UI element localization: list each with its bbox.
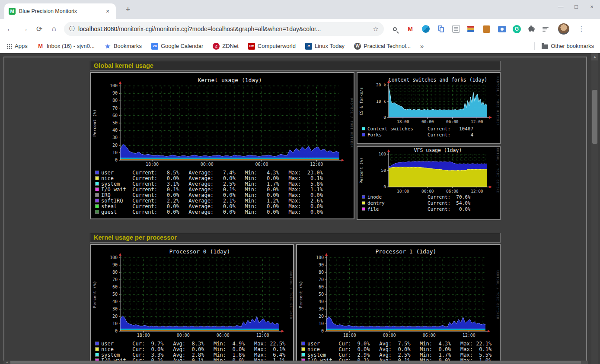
extensions-puzzle-icon[interactable]: [527, 24, 536, 34]
reading-list-icon[interactable]: [543, 24, 552, 34]
maximize-button[interactable]: □: [571, 2, 581, 12]
vertical-scrollbar[interactable]: ▲: [591, 53, 598, 364]
forward-button[interactable]: →: [17, 25, 32, 33]
copy-extension-icon[interactable]: [437, 24, 446, 34]
calendar-icon: 28: [151, 43, 158, 50]
new-tab-button[interactable]: +: [123, 4, 133, 15]
folder-icon: [542, 44, 548, 49]
browser-tab[interactable]: M Blue Precision Monitorix ×: [4, 3, 116, 19]
horizontal-scrollbar[interactable]: ◄: [3, 361, 588, 364]
storage-extension-icon[interactable]: [482, 24, 491, 34]
svg-text:00:00: 00:00: [383, 333, 396, 338]
bookmarks-overflow-icon[interactable]: »: [420, 42, 424, 50]
bookmark-label: ZDNet: [222, 43, 239, 49]
svg-text:12:00: 12:00: [310, 162, 323, 167]
svg-text:Processor 0 (1day): Processor 0 (1day): [169, 248, 230, 255]
svg-text:90: 90: [319, 263, 324, 267]
other-bookmarks[interactable]: Other bookmarks: [542, 43, 594, 49]
bookmark-google-calendar[interactable]: 28 Google Calendar: [151, 43, 203, 50]
grammarly-extension-icon[interactable]: G: [513, 25, 521, 33]
camera-extension-icon[interactable]: [497, 24, 507, 34]
section-kernel-per-processor: Kernel usage per processor 0102030405060…: [90, 233, 501, 364]
bookmark-practical-technology[interactable]: W Practical Technol...: [354, 43, 411, 50]
home-button[interactable]: ⌂: [47, 25, 61, 33]
bookmark-bookmarks[interactable]: ★ Bookmarks: [104, 43, 142, 50]
svg-text:40: 40: [319, 299, 324, 304]
vertical-scrollbar-thumb[interactable]: [592, 90, 597, 144]
bookmark-computerworld[interactable]: CW Computerworld: [248, 43, 296, 50]
bookmarks-bar: Apps M Inbox (16) - sjvn0... ★ Bookmarks…: [0, 39, 600, 53]
svg-text:18:00: 18:00: [397, 119, 409, 124]
svg-text:RRDTOOL / TOBI OETIKER: RRDTOOL / TOBI OETIKER: [350, 98, 353, 148]
processor0-legend: user Cur: 9.7% Avg: 8.3% Min: 4.9% Max: …: [91, 341, 293, 363]
scroll-up-icon[interactable]: ▲: [591, 53, 598, 60]
processor0-graph-panel[interactable]: 010203040506070809010018:0000:0006:0012:…: [90, 244, 294, 364]
context-switches-legend: Context switches Current: 10407Forks Cur…: [357, 126, 500, 138]
bookmark-star-icon[interactable]: ☆: [373, 25, 379, 33]
svg-text:50: 50: [319, 292, 324, 297]
svg-text:20: 20: [319, 314, 324, 319]
close-button[interactable]: ×: [587, 2, 597, 12]
svg-text:10: 10: [319, 321, 324, 326]
svg-text:12:00: 12:00: [463, 333, 476, 338]
computerworld-icon: CW: [248, 43, 255, 50]
bookmark-label: Apps: [15, 43, 28, 49]
svg-text:06:00: 06:00: [423, 333, 436, 338]
horizontal-scrollbar-thumb[interactable]: [10, 361, 581, 364]
monitorix-favicon-icon: M: [9, 8, 16, 15]
context-switches-graph-panel[interactable]: 010 k20 k18:0000:0006:0012:00Context swi…: [357, 72, 501, 144]
svg-text:10: 10: [112, 321, 118, 326]
tab-strip: M Blue Precision Monitorix × + — □ ×: [0, 0, 600, 19]
gmail-icon: M: [37, 43, 44, 50]
svg-text:50: 50: [381, 168, 386, 173]
magnifier-icon: [393, 27, 397, 31]
bookmark-linux-today[interactable]: lt Linux Today: [305, 43, 345, 50]
svg-text:12:00: 12:00: [471, 189, 483, 193]
tab-close-icon[interactable]: ×: [104, 8, 112, 15]
bookmarks-divider: [534, 42, 535, 50]
svg-text:60: 60: [112, 113, 118, 118]
bookmark-label: Practical Technol...: [364, 43, 411, 49]
back-button[interactable]: ←: [3, 25, 17, 33]
library-extension-icon[interactable]: [466, 24, 476, 34]
svg-text:12:00: 12:00: [471, 119, 483, 124]
svg-text:Percent (%): Percent (%): [298, 281, 303, 308]
kernel-usage-legend: user Current: 8.5% Average: 7.4% Min: 4.…: [91, 170, 354, 215]
address-bar[interactable]: ⓘ localhost:8080 /monitorix-cgi/monitori…: [64, 22, 384, 36]
bookmark-apps[interactable]: Apps: [6, 43, 28, 49]
other-bookmarks-label: Other bookmarks: [551, 43, 594, 49]
vfs-usage-graph-panel[interactable]: 05010018:0000:0006:0012:00VFS usage (1da…: [357, 146, 501, 220]
reload-button[interactable]: ⟳: [32, 25, 47, 34]
svg-text:Percent (%): Percent (%): [92, 281, 97, 308]
kernel-usage-graph-panel[interactable]: 010203040506070809010018:0000:0006:0012:…: [90, 72, 354, 219]
url-path: /monitorix-cgi/monitorix.cgi?mode=localh…: [117, 25, 321, 32]
minimize-button[interactable]: —: [556, 2, 565, 12]
svg-text:30: 30: [319, 307, 324, 311]
processor0-chart: 010203040506070809010018:0000:0006:0012:…: [91, 245, 293, 338]
bookmark-inbox[interactable]: M Inbox (16) - sjvn0...: [37, 43, 95, 50]
processor1-graph-panel[interactable]: 010203040506070809010018:0000:0006:0012:…: [296, 244, 501, 364]
svg-text:10: 10: [112, 150, 118, 155]
browser-window: M Blue Precision Monitorix × + — □ × ← →…: [0, 0, 600, 364]
svg-text:90: 90: [112, 91, 118, 95]
svg-text:CS & forks/s: CS & forks/s: [359, 87, 364, 115]
svg-text:18:00: 18:00: [343, 333, 356, 338]
bookmark-zdnet[interactable]: Z ZDNet: [213, 43, 239, 50]
search-icon[interactable]: [390, 24, 399, 34]
svg-text:Processor 1 (1day): Processor 1 (1day): [376, 248, 437, 255]
browser-menu-icon[interactable]: ⋮: [577, 25, 586, 33]
monitorix-page-frame: Global kernel usage 01020304050607080901…: [3, 57, 587, 364]
scroll-left-icon[interactable]: ◄: [3, 361, 10, 364]
share-extension-icon[interactable]: [421, 24, 431, 34]
notes-extension-icon[interactable]: [452, 25, 460, 33]
apps-grid-icon: [6, 43, 12, 49]
svg-text:70: 70: [112, 106, 118, 111]
page-info-icon[interactable]: ⓘ: [69, 25, 75, 33]
svg-text:100: 100: [379, 152, 386, 156]
section-title: Global kernel usage: [90, 61, 501, 71]
svg-text:06:00: 06:00: [217, 333, 230, 338]
section-global-kernel-usage: Global kernel usage 01020304050607080901…: [90, 61, 501, 220]
svg-text:80: 80: [319, 270, 324, 275]
svg-text:0: 0: [115, 329, 118, 333]
gmail-extension-icon[interactable]: M: [405, 24, 415, 34]
